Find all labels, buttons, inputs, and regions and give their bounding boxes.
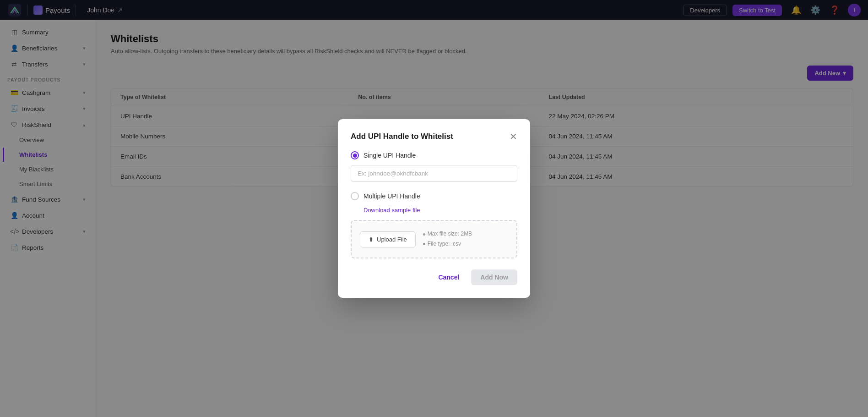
upload-icon: ⬆ [369, 236, 374, 243]
download-sample-link[interactable]: Download sample file [363, 207, 420, 214]
upload-area: ⬆ Upload File Max file size: 2MB File ty… [351, 220, 517, 258]
multiple-upi-radio[interactable] [351, 192, 359, 200]
multiple-upi-option[interactable]: Multiple UPI Handle [351, 192, 517, 200]
single-upi-radio[interactable] [351, 151, 359, 159]
upi-handle-input[interactable] [351, 165, 517, 182]
modal-title: Add UPI Handle to Whitelist [351, 132, 453, 141]
multiple-upi-label: Multiple UPI Handle [363, 192, 420, 200]
bullet-icon [423, 233, 425, 236]
multiple-upi-section: Multiple UPI Handle Download sample file… [351, 192, 517, 258]
modal-header: Add UPI Handle to Whitelist ✕ [351, 132, 517, 141]
modal-overlay[interactable]: Add UPI Handle to Whitelist ✕ Single UPI… [0, 0, 868, 417]
add-now-button[interactable]: Add Now [471, 269, 517, 285]
single-upi-option[interactable]: Single UPI Handle [351, 151, 517, 159]
upload-file-button[interactable]: ⬆ Upload File [360, 231, 416, 247]
modal: Add UPI Handle to Whitelist ✕ Single UPI… [338, 119, 530, 297]
cancel-button[interactable]: Cancel [432, 269, 466, 285]
single-upi-label: Single UPI Handle [363, 152, 416, 159]
modal-footer: Cancel Add Now [351, 269, 517, 285]
close-button[interactable]: ✕ [510, 132, 517, 141]
bullet-icon [423, 243, 425, 245]
upload-info: Max file size: 2MB File type: .csv [423, 229, 472, 249]
